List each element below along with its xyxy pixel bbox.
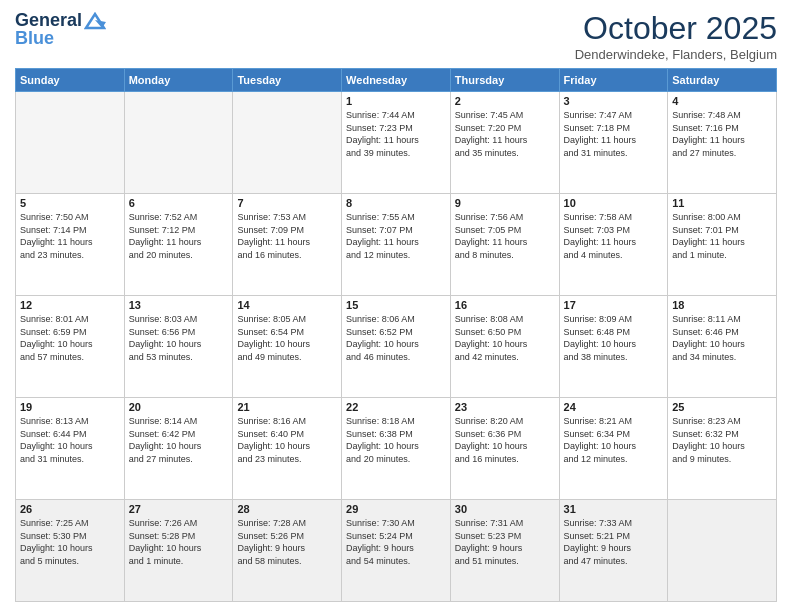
day-number: 20	[129, 401, 229, 413]
day-number: 25	[672, 401, 772, 413]
calendar-week-row: 5Sunrise: 7:50 AM Sunset: 7:14 PM Daylig…	[16, 194, 777, 296]
day-number: 4	[672, 95, 772, 107]
day-info: Sunrise: 7:58 AM Sunset: 7:03 PM Dayligh…	[564, 211, 664, 261]
day-info: Sunrise: 7:52 AM Sunset: 7:12 PM Dayligh…	[129, 211, 229, 261]
calendar-cell: 1Sunrise: 7:44 AM Sunset: 7:23 PM Daylig…	[342, 92, 451, 194]
weekday-header: Tuesday	[233, 69, 342, 92]
day-number: 16	[455, 299, 555, 311]
day-number: 19	[20, 401, 120, 413]
day-info: Sunrise: 8:09 AM Sunset: 6:48 PM Dayligh…	[564, 313, 664, 363]
day-info: Sunrise: 7:26 AM Sunset: 5:28 PM Dayligh…	[129, 517, 229, 567]
day-number: 12	[20, 299, 120, 311]
day-info: Sunrise: 7:31 AM Sunset: 5:23 PM Dayligh…	[455, 517, 555, 567]
calendar-cell: 26Sunrise: 7:25 AM Sunset: 5:30 PM Dayli…	[16, 500, 125, 602]
day-info: Sunrise: 7:55 AM Sunset: 7:07 PM Dayligh…	[346, 211, 446, 261]
weekday-header-row: SundayMondayTuesdayWednesdayThursdayFrid…	[16, 69, 777, 92]
day-number: 6	[129, 197, 229, 209]
calendar-cell: 21Sunrise: 8:16 AM Sunset: 6:40 PM Dayli…	[233, 398, 342, 500]
day-number: 28	[237, 503, 337, 515]
day-info: Sunrise: 7:53 AM Sunset: 7:09 PM Dayligh…	[237, 211, 337, 261]
day-number: 1	[346, 95, 446, 107]
calendar-table: SundayMondayTuesdayWednesdayThursdayFrid…	[15, 68, 777, 602]
calendar-cell: 31Sunrise: 7:33 AM Sunset: 5:21 PM Dayli…	[559, 500, 668, 602]
day-info: Sunrise: 8:08 AM Sunset: 6:50 PM Dayligh…	[455, 313, 555, 363]
weekday-header: Friday	[559, 69, 668, 92]
day-info: Sunrise: 7:45 AM Sunset: 7:20 PM Dayligh…	[455, 109, 555, 159]
day-number: 17	[564, 299, 664, 311]
calendar-cell: 18Sunrise: 8:11 AM Sunset: 6:46 PM Dayli…	[668, 296, 777, 398]
logo: General Blue	[15, 10, 106, 48]
calendar-week-row: 1Sunrise: 7:44 AM Sunset: 7:23 PM Daylig…	[16, 92, 777, 194]
calendar-cell: 4Sunrise: 7:48 AM Sunset: 7:16 PM Daylig…	[668, 92, 777, 194]
calendar-cell: 3Sunrise: 7:47 AM Sunset: 7:18 PM Daylig…	[559, 92, 668, 194]
calendar-cell: 13Sunrise: 8:03 AM Sunset: 6:56 PM Dayli…	[124, 296, 233, 398]
calendar-week-row: 19Sunrise: 8:13 AM Sunset: 6:44 PM Dayli…	[16, 398, 777, 500]
calendar-cell: 12Sunrise: 8:01 AM Sunset: 6:59 PM Dayli…	[16, 296, 125, 398]
logo-blue: Blue	[15, 29, 106, 49]
calendar-week-row: 12Sunrise: 8:01 AM Sunset: 6:59 PM Dayli…	[16, 296, 777, 398]
calendar-cell: 14Sunrise: 8:05 AM Sunset: 6:54 PM Dayli…	[233, 296, 342, 398]
weekday-header: Sunday	[16, 69, 125, 92]
calendar-cell: 24Sunrise: 8:21 AM Sunset: 6:34 PM Dayli…	[559, 398, 668, 500]
day-number: 23	[455, 401, 555, 413]
calendar-cell: 10Sunrise: 7:58 AM Sunset: 7:03 PM Dayli…	[559, 194, 668, 296]
calendar-cell: 15Sunrise: 8:06 AM Sunset: 6:52 PM Dayli…	[342, 296, 451, 398]
month-title: October 2025	[575, 10, 777, 47]
calendar-cell: 19Sunrise: 8:13 AM Sunset: 6:44 PM Dayli…	[16, 398, 125, 500]
day-number: 14	[237, 299, 337, 311]
day-info: Sunrise: 7:25 AM Sunset: 5:30 PM Dayligh…	[20, 517, 120, 567]
calendar-cell: 28Sunrise: 7:28 AM Sunset: 5:26 PM Dayli…	[233, 500, 342, 602]
day-info: Sunrise: 8:00 AM Sunset: 7:01 PM Dayligh…	[672, 211, 772, 261]
day-info: Sunrise: 7:28 AM Sunset: 5:26 PM Dayligh…	[237, 517, 337, 567]
day-info: Sunrise: 8:23 AM Sunset: 6:32 PM Dayligh…	[672, 415, 772, 465]
calendar-cell: 9Sunrise: 7:56 AM Sunset: 7:05 PM Daylig…	[450, 194, 559, 296]
calendar-cell: 30Sunrise: 7:31 AM Sunset: 5:23 PM Dayli…	[450, 500, 559, 602]
day-number: 15	[346, 299, 446, 311]
calendar-cell: 25Sunrise: 8:23 AM Sunset: 6:32 PM Dayli…	[668, 398, 777, 500]
calendar-cell: 29Sunrise: 7:30 AM Sunset: 5:24 PM Dayli…	[342, 500, 451, 602]
day-number: 24	[564, 401, 664, 413]
day-number: 13	[129, 299, 229, 311]
day-info: Sunrise: 7:33 AM Sunset: 5:21 PM Dayligh…	[564, 517, 664, 567]
title-block: October 2025 Denderwindeke, Flanders, Be…	[575, 10, 777, 62]
day-number: 11	[672, 197, 772, 209]
day-number: 22	[346, 401, 446, 413]
day-info: Sunrise: 7:47 AM Sunset: 7:18 PM Dayligh…	[564, 109, 664, 159]
day-number: 2	[455, 95, 555, 107]
day-info: Sunrise: 8:13 AM Sunset: 6:44 PM Dayligh…	[20, 415, 120, 465]
day-info: Sunrise: 8:03 AM Sunset: 6:56 PM Dayligh…	[129, 313, 229, 363]
logo-icon	[84, 12, 106, 30]
calendar-cell	[233, 92, 342, 194]
weekday-header: Saturday	[668, 69, 777, 92]
calendar-cell: 27Sunrise: 7:26 AM Sunset: 5:28 PM Dayli…	[124, 500, 233, 602]
weekday-header: Monday	[124, 69, 233, 92]
day-number: 10	[564, 197, 664, 209]
day-info: Sunrise: 8:21 AM Sunset: 6:34 PM Dayligh…	[564, 415, 664, 465]
day-info: Sunrise: 8:11 AM Sunset: 6:46 PM Dayligh…	[672, 313, 772, 363]
day-info: Sunrise: 7:50 AM Sunset: 7:14 PM Dayligh…	[20, 211, 120, 261]
day-number: 30	[455, 503, 555, 515]
header: General Blue October 2025 Denderwindeke,…	[15, 10, 777, 62]
day-info: Sunrise: 8:18 AM Sunset: 6:38 PM Dayligh…	[346, 415, 446, 465]
calendar-cell: 16Sunrise: 8:08 AM Sunset: 6:50 PM Dayli…	[450, 296, 559, 398]
day-number: 9	[455, 197, 555, 209]
calendar-week-row: 26Sunrise: 7:25 AM Sunset: 5:30 PM Dayli…	[16, 500, 777, 602]
calendar-cell	[16, 92, 125, 194]
weekday-header: Wednesday	[342, 69, 451, 92]
calendar-cell	[124, 92, 233, 194]
location: Denderwindeke, Flanders, Belgium	[575, 47, 777, 62]
day-number: 18	[672, 299, 772, 311]
day-number: 3	[564, 95, 664, 107]
day-number: 31	[564, 503, 664, 515]
calendar-cell: 23Sunrise: 8:20 AM Sunset: 6:36 PM Dayli…	[450, 398, 559, 500]
day-info: Sunrise: 8:01 AM Sunset: 6:59 PM Dayligh…	[20, 313, 120, 363]
day-number: 26	[20, 503, 120, 515]
day-info: Sunrise: 7:44 AM Sunset: 7:23 PM Dayligh…	[346, 109, 446, 159]
day-info: Sunrise: 7:30 AM Sunset: 5:24 PM Dayligh…	[346, 517, 446, 567]
day-number: 21	[237, 401, 337, 413]
day-number: 27	[129, 503, 229, 515]
day-number: 8	[346, 197, 446, 209]
calendar-cell: 2Sunrise: 7:45 AM Sunset: 7:20 PM Daylig…	[450, 92, 559, 194]
page: General Blue October 2025 Denderwindeke,…	[0, 0, 792, 612]
day-info: Sunrise: 8:06 AM Sunset: 6:52 PM Dayligh…	[346, 313, 446, 363]
